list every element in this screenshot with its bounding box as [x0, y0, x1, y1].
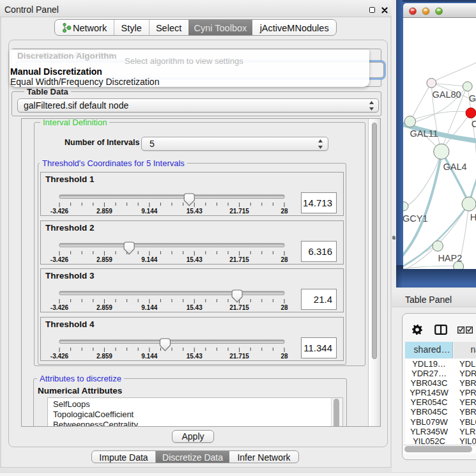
svg-text:21.715: 21.715: [229, 353, 249, 360]
svg-text:9.144: 9.144: [141, 256, 157, 263]
svg-text:2.859: 2.859: [96, 304, 112, 311]
svg-text:21.715: 21.715: [229, 256, 249, 263]
svg-text:GAL4: GAL4: [443, 162, 467, 172]
svg-text:GA: GA: [469, 93, 476, 104]
svg-text:15.43: 15.43: [187, 353, 203, 360]
svg-text:28: 28: [280, 304, 288, 311]
svg-text:21.715: 21.715: [229, 208, 249, 215]
svg-text:21.715: 21.715: [229, 304, 249, 311]
svg-text:-3.426: -3.426: [50, 304, 69, 311]
svg-text:-3.426: -3.426: [50, 208, 69, 215]
svg-text:28: 28: [280, 353, 288, 360]
svg-text:HAP2: HAP2: [438, 253, 462, 263]
svg-text:2.859: 2.859: [96, 353, 112, 360]
svg-text:15.43: 15.43: [187, 256, 203, 263]
svg-text:2.859: 2.859: [96, 208, 112, 215]
svg-text:H: H: [470, 212, 476, 222]
svg-text:GAL80: GAL80: [433, 89, 461, 100]
svg-text:C: C: [472, 119, 476, 129]
svg-text:9.144: 9.144: [141, 304, 157, 311]
svg-text:28: 28: [280, 208, 288, 215]
svg-text:15.43: 15.43: [187, 304, 203, 311]
svg-text:9.144: 9.144: [141, 208, 157, 215]
svg-text:-3.426: -3.426: [50, 353, 69, 360]
svg-text:9.144: 9.144: [141, 353, 157, 360]
svg-text:-3.426: -3.426: [50, 256, 69, 263]
svg-text:GCY1: GCY1: [403, 213, 428, 224]
svg-text:28: 28: [280, 256, 288, 263]
svg-text:GAL11: GAL11: [410, 128, 438, 139]
svg-text:2.859: 2.859: [96, 256, 112, 263]
svg-text:15.43: 15.43: [187, 208, 203, 215]
